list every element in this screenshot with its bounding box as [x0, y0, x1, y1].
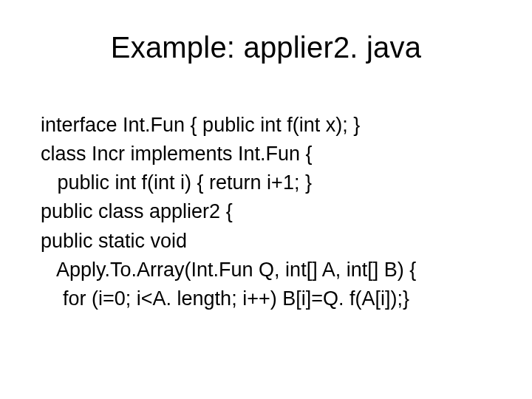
- code-line: public int f(int i) { return i+1; }: [41, 171, 312, 194]
- code-line: Apply.To.Array(Int.Fun Q, int[] A, int[]…: [41, 259, 416, 281]
- slide-body: interface Int.Fun { public int f(int x);…: [41, 111, 499, 313]
- code-line: class Incr implements Int.Fun {: [41, 143, 313, 165]
- slide-title: Example: applier2. java: [0, 31, 532, 64]
- code-line: for (i=0; i<A. length; i++) B[i]=Q. f(A[…: [41, 287, 409, 310]
- code-line: interface Int.Fun { public int f(int x);…: [41, 114, 360, 136]
- code-line: public class applier2 {: [41, 200, 233, 222]
- slide: Example: applier2. java interface Int.Fu…: [0, 0, 532, 399]
- code-line: public static void: [41, 230, 187, 252]
